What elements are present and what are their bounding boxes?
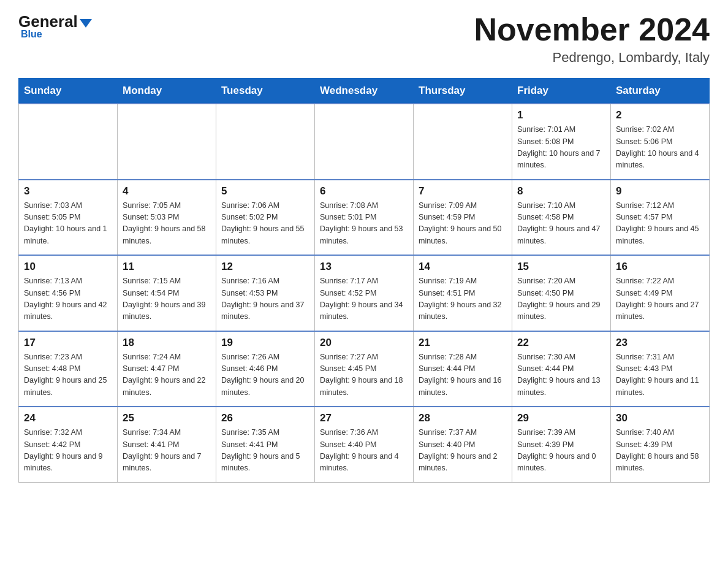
calendar-cell: 9Sunrise: 7:12 AMSunset: 4:57 PMDaylight… bbox=[611, 180, 710, 256]
day-info: Sunrise: 7:16 AMSunset: 4:53 PMDaylight:… bbox=[221, 275, 309, 323]
calendar-cell: 25Sunrise: 7:34 AMSunset: 4:41 PMDayligh… bbox=[118, 407, 216, 482]
day-info: Sunrise: 7:34 AMSunset: 4:41 PMDaylight:… bbox=[123, 427, 211, 475]
calendar-cell: 10Sunrise: 7:13 AMSunset: 4:56 PMDayligh… bbox=[19, 255, 118, 331]
day-info: Sunrise: 7:22 AMSunset: 4:49 PMDaylight:… bbox=[616, 275, 704, 323]
day-info: Sunrise: 7:08 AMSunset: 5:01 PMDaylight:… bbox=[320, 200, 408, 248]
day-info: Sunrise: 7:37 AMSunset: 4:40 PMDaylight:… bbox=[419, 427, 507, 475]
day-info: Sunrise: 7:24 AMSunset: 4:47 PMDaylight:… bbox=[123, 351, 211, 399]
day-number: 5 bbox=[221, 185, 309, 197]
calendar-cell: 2Sunrise: 7:02 AMSunset: 5:06 PMDaylight… bbox=[611, 104, 710, 180]
week-row-5: 24Sunrise: 7:32 AMSunset: 4:42 PMDayligh… bbox=[19, 407, 710, 482]
day-number: 27 bbox=[320, 412, 408, 424]
day-info: Sunrise: 7:09 AMSunset: 4:59 PMDaylight:… bbox=[419, 200, 507, 248]
day-number: 23 bbox=[616, 337, 704, 349]
day-number: 25 bbox=[123, 412, 211, 424]
calendar-cell: 20Sunrise: 7:27 AMSunset: 4:45 PMDayligh… bbox=[315, 331, 414, 407]
logo-blue-text: Blue bbox=[21, 29, 42, 40]
calendar-cell: 14Sunrise: 7:19 AMSunset: 4:51 PMDayligh… bbox=[414, 255, 512, 331]
calendar-cell: 1Sunrise: 7:01 AMSunset: 5:08 PMDaylight… bbox=[512, 104, 611, 180]
day-number: 15 bbox=[517, 261, 605, 273]
day-info: Sunrise: 7:06 AMSunset: 5:02 PMDaylight:… bbox=[221, 200, 309, 248]
calendar-cell: 6Sunrise: 7:08 AMSunset: 5:01 PMDaylight… bbox=[315, 180, 414, 256]
day-info: Sunrise: 7:28 AMSunset: 4:44 PMDaylight:… bbox=[419, 351, 507, 399]
day-number: 19 bbox=[221, 337, 309, 349]
day-info: Sunrise: 7:13 AMSunset: 4:56 PMDaylight:… bbox=[24, 275, 112, 323]
calendar-cell: 5Sunrise: 7:06 AMSunset: 5:02 PMDaylight… bbox=[216, 180, 315, 256]
calendar-cell bbox=[118, 104, 216, 180]
day-number: 17 bbox=[24, 337, 112, 349]
calendar-cell: 17Sunrise: 7:23 AMSunset: 4:48 PMDayligh… bbox=[19, 331, 118, 407]
day-number: 30 bbox=[616, 412, 704, 424]
day-info: Sunrise: 7:12 AMSunset: 4:57 PMDaylight:… bbox=[616, 200, 704, 248]
logo: General Blue bbox=[18, 12, 92, 40]
day-number: 8 bbox=[517, 185, 605, 197]
day-info: Sunrise: 7:40 AMSunset: 4:39 PMDaylight:… bbox=[616, 427, 704, 475]
day-number: 14 bbox=[419, 261, 507, 273]
calendar-cell bbox=[216, 104, 315, 180]
calendar-cell: 29Sunrise: 7:39 AMSunset: 4:39 PMDayligh… bbox=[512, 407, 611, 482]
day-number: 6 bbox=[320, 185, 408, 197]
weekday-header-sunday: Sunday bbox=[19, 79, 118, 104]
calendar-table: SundayMondayTuesdayWednesdayThursdayFrid… bbox=[18, 78, 710, 483]
weekday-header-saturday: Saturday bbox=[611, 79, 710, 104]
day-number: 3 bbox=[24, 185, 112, 197]
day-info: Sunrise: 7:15 AMSunset: 4:54 PMDaylight:… bbox=[123, 275, 211, 323]
calendar-cell: 3Sunrise: 7:03 AMSunset: 5:05 PMDaylight… bbox=[19, 180, 118, 256]
month-title: November 2024 bbox=[474, 12, 710, 47]
page-header: General Blue November 2024 Pedrengo, Lom… bbox=[18, 12, 710, 66]
calendar-cell: 11Sunrise: 7:15 AMSunset: 4:54 PMDayligh… bbox=[118, 255, 216, 331]
day-number: 12 bbox=[221, 261, 309, 273]
day-number: 10 bbox=[24, 261, 112, 273]
day-info: Sunrise: 7:35 AMSunset: 4:41 PMDaylight:… bbox=[221, 427, 309, 475]
weekday-header-monday: Monday bbox=[118, 79, 216, 104]
calendar-cell bbox=[414, 104, 512, 180]
calendar-cell: 22Sunrise: 7:30 AMSunset: 4:44 PMDayligh… bbox=[512, 331, 611, 407]
day-info: Sunrise: 7:19 AMSunset: 4:51 PMDaylight:… bbox=[419, 275, 507, 323]
calendar-header-row: SundayMondayTuesdayWednesdayThursdayFrid… bbox=[19, 79, 710, 104]
day-info: Sunrise: 7:01 AMSunset: 5:08 PMDaylight:… bbox=[517, 124, 605, 172]
week-row-4: 17Sunrise: 7:23 AMSunset: 4:48 PMDayligh… bbox=[19, 331, 710, 407]
weekday-header-thursday: Thursday bbox=[414, 79, 512, 104]
calendar-cell: 16Sunrise: 7:22 AMSunset: 4:49 PMDayligh… bbox=[611, 255, 710, 331]
calendar-cell: 23Sunrise: 7:31 AMSunset: 4:43 PMDayligh… bbox=[611, 331, 710, 407]
day-info: Sunrise: 7:30 AMSunset: 4:44 PMDaylight:… bbox=[517, 351, 605, 399]
week-row-3: 10Sunrise: 7:13 AMSunset: 4:56 PMDayligh… bbox=[19, 255, 710, 331]
weekday-header-tuesday: Tuesday bbox=[216, 79, 315, 104]
calendar-cell bbox=[315, 104, 414, 180]
calendar-cell: 15Sunrise: 7:20 AMSunset: 4:50 PMDayligh… bbox=[512, 255, 611, 331]
day-number: 21 bbox=[419, 337, 507, 349]
calendar-cell: 28Sunrise: 7:37 AMSunset: 4:40 PMDayligh… bbox=[414, 407, 512, 482]
day-number: 18 bbox=[123, 337, 211, 349]
day-info: Sunrise: 7:05 AMSunset: 5:03 PMDaylight:… bbox=[123, 200, 211, 248]
calendar-cell: 4Sunrise: 7:05 AMSunset: 5:03 PMDaylight… bbox=[118, 180, 216, 256]
day-info: Sunrise: 7:10 AMSunset: 4:58 PMDaylight:… bbox=[517, 200, 605, 248]
calendar-cell: 7Sunrise: 7:09 AMSunset: 4:59 PMDaylight… bbox=[414, 180, 512, 256]
day-number: 11 bbox=[123, 261, 211, 273]
day-number: 1 bbox=[517, 109, 605, 121]
day-number: 2 bbox=[616, 109, 704, 121]
day-number: 4 bbox=[123, 185, 211, 197]
day-number: 29 bbox=[517, 412, 605, 424]
calendar-cell: 26Sunrise: 7:35 AMSunset: 4:41 PMDayligh… bbox=[216, 407, 315, 482]
weekday-header-wednesday: Wednesday bbox=[315, 79, 414, 104]
day-info: Sunrise: 7:36 AMSunset: 4:40 PMDaylight:… bbox=[320, 427, 408, 475]
calendar-cell: 30Sunrise: 7:40 AMSunset: 4:39 PMDayligh… bbox=[611, 407, 710, 482]
day-number: 28 bbox=[419, 412, 507, 424]
calendar-cell: 27Sunrise: 7:36 AMSunset: 4:40 PMDayligh… bbox=[315, 407, 414, 482]
calendar-cell: 18Sunrise: 7:24 AMSunset: 4:47 PMDayligh… bbox=[118, 331, 216, 407]
weekday-header-friday: Friday bbox=[512, 79, 611, 104]
calendar-cell: 24Sunrise: 7:32 AMSunset: 4:42 PMDayligh… bbox=[19, 407, 118, 482]
day-number: 7 bbox=[419, 185, 507, 197]
day-info: Sunrise: 7:02 AMSunset: 5:06 PMDaylight:… bbox=[616, 124, 704, 172]
logo-triangle-icon bbox=[80, 19, 92, 28]
day-info: Sunrise: 7:26 AMSunset: 4:46 PMDaylight:… bbox=[221, 351, 309, 399]
day-number: 13 bbox=[320, 261, 408, 273]
day-info: Sunrise: 7:03 AMSunset: 5:05 PMDaylight:… bbox=[24, 200, 112, 248]
title-block: November 2024 Pedrengo, Lombardy, Italy bbox=[474, 12, 710, 66]
calendar-cell: 21Sunrise: 7:28 AMSunset: 4:44 PMDayligh… bbox=[414, 331, 512, 407]
day-number: 16 bbox=[616, 261, 704, 273]
day-info: Sunrise: 7:27 AMSunset: 4:45 PMDaylight:… bbox=[320, 351, 408, 399]
day-number: 24 bbox=[24, 412, 112, 424]
day-number: 9 bbox=[616, 185, 704, 197]
calendar-cell: 19Sunrise: 7:26 AMSunset: 4:46 PMDayligh… bbox=[216, 331, 315, 407]
